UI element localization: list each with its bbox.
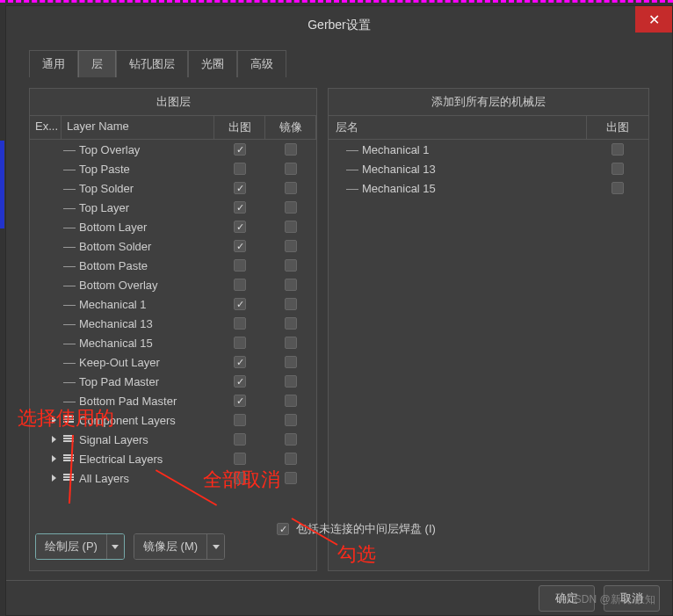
mirror-checkbox[interactable]	[285, 240, 297, 252]
layer-row[interactable]: —Top Paste	[30, 159, 316, 178]
plot-checkbox[interactable]	[234, 298, 246, 310]
layer-row[interactable]: Electrical Layers	[30, 449, 316, 468]
layer-row[interactable]: —Top Solder	[30, 178, 316, 198]
include-unconnected: 包括未连接的中间层焊盘 (I)	[277, 521, 436, 537]
layer-row[interactable]: —Mechanical 15	[30, 333, 316, 352]
mirror-checkbox[interactable]	[285, 317, 297, 330]
layer-row[interactable]: —Bottom Overlay	[30, 275, 316, 294]
mirror-checkbox[interactable]	[285, 221, 297, 233]
plot-checkbox[interactable]	[234, 240, 246, 252]
mech-row[interactable]: —Mechanical 15	[329, 178, 648, 198]
tab-3[interactable]: 光圈	[188, 50, 237, 77]
mirror-layer-caret[interactable]	[206, 534, 224, 559]
layer-row[interactable]: —Mechanical 1	[30, 294, 316, 314]
plot-checkbox[interactable]	[234, 259, 246, 272]
plot-checkbox[interactable]	[234, 317, 246, 330]
draw-layer-button[interactable]: 绘制层 (P)	[35, 533, 125, 560]
mirror-layer-button[interactable]: 镜像层 (M)	[134, 533, 225, 560]
mech-name: Mechanical 13	[362, 163, 436, 176]
bottom-controls: 绘制层 (P) 镜像层 (M)	[35, 533, 311, 560]
layer-name: Top Solder	[79, 182, 134, 195]
plot-checkbox[interactable]	[234, 375, 246, 388]
mirror-checkbox[interactable]	[285, 375, 297, 388]
left-panel-title: 出图层	[30, 89, 316, 116]
mech-plot-checkbox[interactable]	[611, 143, 624, 156]
left-grid-body: —Top Overlay—Top Paste—Top Solder—Top La…	[30, 140, 316, 488]
mirror-checkbox[interactable]	[285, 298, 297, 310]
layer-name: Component Layers	[79, 414, 176, 427]
layer-name: Top Pad Master	[79, 375, 159, 388]
include-unconnected-checkbox[interactable]	[277, 523, 289, 535]
mirror-checkbox[interactable]	[285, 414, 297, 426]
plot-checkbox[interactable]	[234, 279, 246, 291]
plot-layers-panel: 出图层 Ex... Layer Name 出图 镜像 —Top Overlay—…	[29, 88, 317, 571]
layer-name: Bottom Pad Master	[79, 395, 177, 408]
plot-checkbox[interactable]	[234, 472, 246, 484]
layer-name: Keep-Out Layer	[79, 356, 160, 369]
layer-name: Bottom Solder	[79, 240, 151, 253]
mirror-checkbox[interactable]	[285, 395, 297, 407]
mirror-checkbox[interactable]	[285, 337, 297, 349]
mech-row[interactable]: —Mechanical 13	[329, 159, 648, 178]
col-name[interactable]: Layer Name	[62, 116, 214, 139]
layer-row[interactable]: Component Layers	[30, 410, 316, 430]
layer-row[interactable]: —Bottom Paste	[30, 256, 316, 275]
plot-checkbox[interactable]	[234, 453, 246, 465]
mirror-checkbox[interactable]	[285, 433, 297, 446]
mirror-checkbox[interactable]	[285, 259, 297, 272]
layer-row[interactable]: —Top Pad Master	[30, 372, 316, 391]
mirror-checkbox[interactable]	[285, 143, 297, 156]
layer-name: Mechanical 13	[79, 317, 153, 330]
layer-row[interactable]: —Bottom Layer	[30, 217, 316, 236]
mech-plot-checkbox[interactable]	[611, 163, 624, 175]
mirror-checkbox[interactable]	[285, 356, 297, 368]
left-grid-header: Ex... Layer Name 出图 镜像	[30, 116, 316, 140]
layer-row[interactable]: Signal Layers	[30, 430, 316, 449]
plot-checkbox[interactable]	[234, 182, 246, 194]
plot-checkbox[interactable]	[234, 433, 246, 446]
layer-name: Mechanical 15	[79, 337, 153, 350]
plot-checkbox[interactable]	[234, 414, 246, 426]
layer-row[interactable]: —Top Layer	[30, 198, 316, 217]
layer-row[interactable]: —Top Overlay	[30, 140, 316, 159]
col-plot[interactable]: 出图	[214, 116, 265, 139]
mirror-checkbox[interactable]	[285, 453, 297, 465]
plot-checkbox[interactable]	[234, 163, 246, 175]
layer-row[interactable]: —Bottom Solder	[30, 236, 316, 256]
col-ex[interactable]: Ex...	[30, 116, 62, 139]
col-mirror[interactable]: 镜像	[265, 116, 316, 139]
layer-name: All Layers	[79, 472, 129, 485]
rcol-plot[interactable]: 出图	[587, 116, 648, 139]
tab-1[interactable]: 层	[78, 50, 116, 77]
rcol-name[interactable]: 层名	[329, 116, 587, 139]
draw-layer-caret[interactable]	[106, 534, 124, 559]
tab-strip: 通用层钻孔图层光圈高级	[6, 45, 672, 77]
mech-row[interactable]: —Mechanical 1	[329, 140, 648, 159]
plot-checkbox[interactable]	[234, 143, 246, 156]
gerber-dialog: Gerber设置 ✕ 通用层钻孔图层光圈高级 出图层 Ex... Layer N…	[5, 5, 673, 616]
mirror-checkbox[interactable]	[285, 182, 297, 194]
mech-plot-checkbox[interactable]	[611, 182, 624, 194]
mirror-checkbox[interactable]	[285, 163, 297, 175]
layer-row[interactable]: All Layers	[30, 468, 316, 488]
layer-row[interactable]: —Keep-Out Layer	[30, 352, 316, 372]
layer-name: Top Layer	[79, 201, 129, 214]
plot-checkbox[interactable]	[234, 356, 246, 368]
layer-row[interactable]: —Mechanical 13	[30, 314, 316, 333]
tab-4[interactable]: 高级	[237, 50, 286, 77]
tab-0[interactable]: 通用	[29, 50, 78, 77]
plot-checkbox[interactable]	[234, 221, 246, 233]
mirror-checkbox[interactable]	[285, 201, 297, 214]
layer-name: Top Overlay	[79, 143, 140, 156]
plot-checkbox[interactable]	[234, 395, 246, 407]
right-grid-header: 层名 出图	[329, 116, 648, 140]
layer-row[interactable]: —Bottom Pad Master	[30, 391, 316, 410]
plot-checkbox[interactable]	[234, 337, 246, 349]
close-button[interactable]: ✕	[635, 6, 672, 33]
mirror-checkbox[interactable]	[285, 472, 297, 484]
watermark: CSDN @新晓·故知	[567, 592, 655, 607]
tab-2[interactable]: 钻孔图层	[116, 50, 188, 77]
plot-checkbox[interactable]	[234, 201, 246, 214]
mirror-checkbox[interactable]	[285, 279, 297, 291]
mech-name: Mechanical 15	[362, 182, 436, 195]
